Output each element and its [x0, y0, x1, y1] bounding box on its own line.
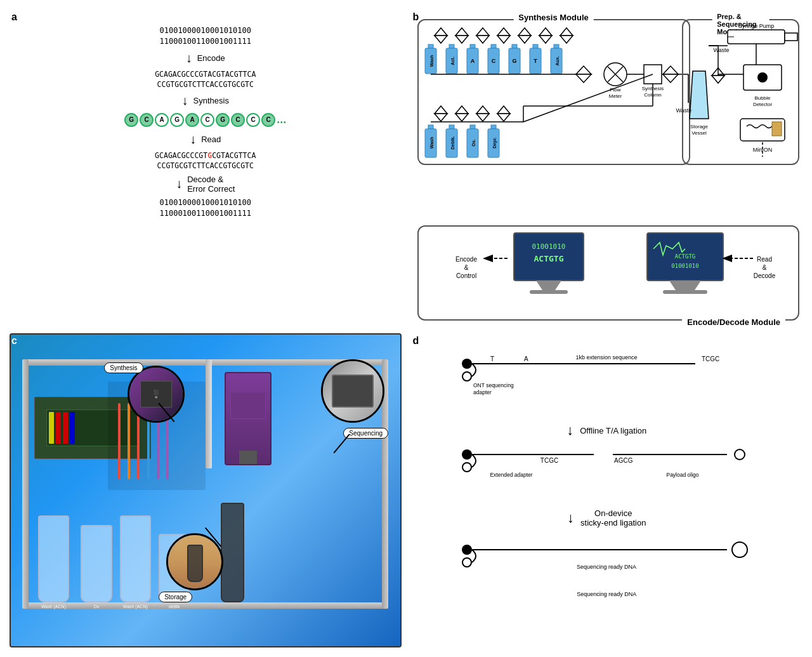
ligation-label: Offline T/A ligation: [580, 426, 646, 435]
bottle-ox-c: Ox: [81, 525, 112, 603]
dna-top-svg: T A 1kb extension sequence TCGC ONT sequ…: [454, 352, 759, 416]
prep-module-box: Prep. & Sequencing Module Syringe Pump B…: [682, 19, 799, 165]
synthesis-step: ↓ Synthesis: [182, 93, 229, 108]
panel-a: a 01001000010001010100 11000100110001001…: [6, 6, 405, 327]
encode-module-box: Encode/Decode Module 01001010 ACTGTG Enc…: [417, 225, 800, 321]
svg-text:Act.: Act.: [450, 56, 455, 65]
encode-label: Encode: [197, 53, 225, 63]
callout-sequencing-circle: [321, 359, 384, 423]
svg-rect-68: [491, 125, 496, 129]
svg-point-115: [462, 463, 471, 472]
svg-marker-8: [518, 28, 531, 36]
step2-arrow-row: ↓ On-device sticky-end ligation: [567, 508, 646, 528]
svg-rect-97: [530, 290, 568, 294]
svg-marker-0: [435, 28, 447, 36]
svg-marker-54: [455, 114, 468, 121]
bottle-wash-acn: Wash (ACN): [38, 515, 69, 602]
svg-marker-57: [497, 106, 510, 114]
svg-rect-76: [785, 33, 797, 41]
svg-point-114: [462, 449, 472, 460]
svg-text:Detector: Detector: [753, 102, 773, 107]
circle-G3: G: [216, 113, 230, 127]
svg-text:Control: Control: [455, 272, 476, 279]
arrow-sticky: ↓: [567, 510, 574, 526]
svg-rect-17: [449, 44, 454, 48]
prep-module-svg: Syringe Pump Bubble Detector Storage Ves…: [683, 20, 801, 166]
step1-arrow-row: ↓ Offline T/A ligation: [566, 422, 646, 439]
seq-A-label: A: [524, 355, 528, 362]
synthesis-circles: G C A G A C G C C C ...: [124, 113, 286, 127]
bottle-wash-top: Wash: [425, 44, 436, 74]
svg-text:C: C: [491, 58, 495, 64]
circle-C3: C: [231, 113, 245, 127]
read-decode-label: Read: [757, 256, 772, 263]
svg-marker-56: [476, 114, 489, 121]
seq-1kb-label: 1kb extension sequence: [576, 354, 638, 361]
svg-text:Wash: Wash: [429, 55, 434, 67]
svg-rect-62: [449, 125, 454, 129]
valve-row-bottom: [435, 106, 510, 121]
extended-adapter-label: Extended adapter: [490, 472, 533, 478]
svg-marker-55: [476, 106, 489, 114]
svg-text:T: T: [534, 58, 537, 64]
svg-text:Aux.: Aux.: [555, 56, 560, 65]
svg-marker-2: [455, 28, 468, 36]
bottle-act: Act.: [446, 44, 457, 74]
panel-b-content: Synthesis Module: [411, 10, 803, 324]
bottle-deblk: Deblk.: [446, 125, 457, 157]
svg-marker-12: [560, 28, 573, 36]
waste-2: Waste: [713, 47, 729, 53]
svg-rect-14: [428, 44, 433, 48]
svg-marker-1: [435, 36, 447, 43]
svg-marker-6: [497, 28, 510, 36]
circle-G: G: [124, 113, 138, 127]
svg-marker-3: [455, 36, 468, 43]
circle-A2: A: [185, 113, 199, 127]
bottle-A: A: [467, 44, 478, 74]
svg-marker-51: [435, 106, 447, 114]
svg-marker-47: [663, 74, 678, 83]
panel-d-label: d: [413, 335, 419, 347]
svg-rect-23: [491, 44, 496, 48]
callout-synthesis-label: Synthesis: [104, 362, 143, 373]
svg-text:A: A: [470, 58, 475, 64]
svg-text:Ox.: Ox.: [471, 139, 476, 146]
circle-C2: C: [200, 113, 214, 127]
svg-marker-4: [476, 28, 489, 36]
purple-machine: [225, 372, 272, 465]
arrow-decode: ↓: [176, 176, 182, 191]
circle-C4: C: [246, 113, 260, 127]
svg-text:&: &: [762, 264, 766, 271]
svg-text:adapter: adapter: [473, 389, 492, 395]
seq-ready-text: Sequencing ready DNA: [577, 591, 636, 597]
adapter-filled-circle: [462, 359, 472, 369]
main-container: a 01001000010001010100 11000100110001001…: [0, 0, 812, 657]
svg-text:ACTGTG: ACTGTG: [534, 254, 563, 263]
payload-oligo-label: Payload oligo: [667, 472, 699, 478]
svg-line-72: [523, 74, 653, 122]
svg-text:Vessel: Vessel: [691, 130, 707, 136]
encode-control-label: Encode: [455, 256, 477, 263]
svg-marker-46: [663, 66, 678, 74]
bottle-G: G: [509, 44, 520, 74]
svg-marker-10: [539, 28, 552, 36]
bottle-3: Wash (ACN): [120, 515, 151, 602]
decode-step: ↓ Decode & Error Correct: [176, 175, 235, 194]
svg-marker-13: [560, 36, 573, 43]
svg-marker-9: [518, 36, 531, 43]
svg-point-122: [732, 542, 747, 557]
svg-text:Deblk.: Deblk.: [450, 136, 455, 149]
svg-marker-38: [576, 74, 591, 83]
synthesis-label: Synthesis: [193, 96, 229, 105]
svg-marker-52: [435, 114, 447, 121]
svg-rect-104: [663, 290, 707, 294]
svg-marker-7: [497, 36, 510, 43]
svg-marker-5: [476, 36, 489, 43]
svg-rect-26: [512, 44, 517, 48]
valve-main-top: [576, 66, 591, 83]
ellipsis: ...: [277, 113, 286, 126]
svg-marker-37: [576, 66, 591, 74]
callout-synthesis-circle: ⬛■: [128, 366, 185, 423]
svg-marker-11: [539, 36, 552, 43]
bottle-T: T: [530, 44, 541, 74]
